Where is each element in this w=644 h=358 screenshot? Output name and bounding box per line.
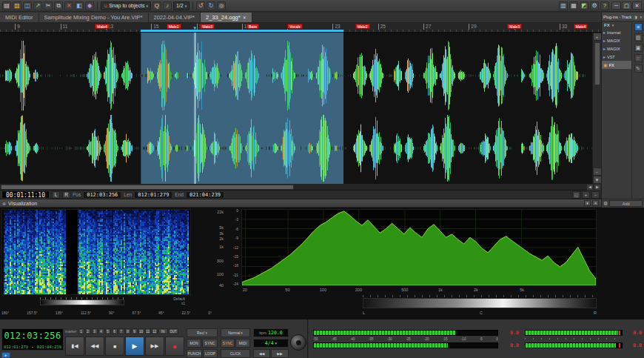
- marker-11-button[interactable]: 11: [145, 328, 151, 334]
- forward-button[interactable]: ▶▶: [145, 337, 164, 356]
- marker-1-button[interactable]: 1: [78, 328, 84, 334]
- marker-3-button[interactable]: 3: [92, 328, 98, 334]
- timeline-marker[interactable]: Male4: [95, 24, 110, 29]
- dock-objects-icon[interactable]: ▣: [634, 44, 643, 52]
- drag-handle-icon[interactable]: ⊕: [2, 201, 6, 206]
- ruler-selection-range[interactable]: [141, 30, 343, 32]
- maximize-button[interactable]: ▢: [622, 1, 631, 10]
- arrange-area[interactable]: [0, 33, 592, 184]
- gear-icon[interactable]: ⚙: [603, 201, 608, 207]
- cut-icon[interactable]: ✂: [44, 1, 53, 10]
- tab-4[interactable]: 2_33_24.ogg*✕: [201, 13, 252, 22]
- scroll-down-button[interactable]: ▼: [593, 176, 602, 184]
- crossfade-icon[interactable]: ◆: [85, 1, 94, 10]
- close-tab-icon[interactable]: ✕: [243, 15, 246, 20]
- marker-5-button[interactable]: 5: [105, 328, 111, 334]
- zoom-in-vertical-button[interactable]: +: [593, 33, 602, 41]
- redo-icon[interactable]: ↻: [207, 1, 215, 10]
- delete-icon[interactable]: ✕: [64, 1, 73, 10]
- dock-list-icon[interactable]: ≡: [634, 23, 643, 31]
- timeline-marker[interactable]: Male3: [507, 24, 522, 29]
- slider-gradient-bar[interactable]: [40, 299, 124, 305]
- playhead-caret-icon[interactable]: ▼: [192, 26, 197, 30]
- plugins-panel-header[interactable]: Plug-ins - Track ◨ ✕: [602, 13, 644, 21]
- play-button[interactable]: ▶: [125, 337, 144, 356]
- timeline-marker[interactable]: Male2: [355, 24, 370, 29]
- collapse-icon[interactable]: ▾: [584, 200, 591, 206]
- plugin-item-3[interactable]: ▸MAGIX: [602, 44, 631, 53]
- snap-dropdown[interactable]: ∪ Snap to objects ▾: [101, 1, 151, 10]
- close-button[interactable]: ✕: [632, 1, 642, 10]
- monitor-button[interactable]: MON: [187, 339, 201, 348]
- click-button[interactable]: CLICK: [221, 349, 250, 358]
- close-icon[interactable]: ✕: [592, 200, 599, 206]
- marker-4-button[interactable]: 4: [98, 328, 104, 334]
- dock-mixer-icon[interactable]: ▥: [634, 33, 643, 42]
- range-zoom-icon[interactable]: ◱: [572, 191, 580, 199]
- stop-button[interactable]: ■: [105, 337, 124, 356]
- goto-start-button[interactable]: ▮◀: [65, 337, 84, 356]
- plugin-item-4[interactable]: ▸VST: [602, 53, 631, 61]
- marker-9-button[interactable]: 9: [132, 328, 138, 334]
- object-editor-icon[interactable]: ◧: [75, 1, 84, 10]
- marker-in-button[interactable]: IN: [158, 328, 168, 334]
- marker-6-button[interactable]: 6: [112, 328, 118, 334]
- marker-7-button[interactable]: 7: [118, 328, 124, 334]
- zoom-out-icon[interactable]: −: [591, 191, 600, 199]
- tab-3[interactable]: 2022-04-04.VIP*: [149, 13, 201, 22]
- marker-8-button[interactable]: 8: [125, 328, 131, 334]
- marker-12-button[interactable]: 12: [152, 328, 158, 334]
- scroll-left-button[interactable]: ◀: [586, 184, 594, 190]
- open-project-icon[interactable]: ▨: [13, 1, 21, 10]
- time-signature-dropdown[interactable]: 4/4 ▾: [253, 339, 289, 348]
- zoom-tool-icon[interactable]: ◎: [217, 1, 226, 10]
- visualization-panel-header[interactable]: ⊕ Visualization ▾ ✕: [0, 199, 601, 208]
- track-manager-icon[interactable]: ▦: [569, 1, 578, 10]
- punch-button[interactable]: PUNCH: [187, 349, 202, 358]
- help-icon[interactable]: ?: [600, 1, 609, 10]
- timeline-marker[interactable]: Male4: [574, 24, 588, 29]
- record-mode-dropdown[interactable]: Rec/ ▾: [187, 328, 218, 337]
- midi-button[interactable]: MIDI: [235, 339, 250, 348]
- spectrogram-gain-slider[interactable]: [40, 297, 124, 305]
- scrub-forward-button[interactable]: ▶▶: [271, 349, 289, 358]
- plugin-item-2[interactable]: ▸MAGIX: [602, 36, 631, 44]
- timeline-marker[interactable]: Vocals: [287, 24, 303, 29]
- timeline-marker[interactable]: Male1: [167, 24, 181, 29]
- playhead-line[interactable]: [195, 33, 195, 184]
- record-button[interactable]: ●: [165, 337, 184, 356]
- close-icon[interactable]: ✕: [640, 15, 643, 19]
- marker-2-button[interactable]: 2: [85, 328, 91, 334]
- dock-star-icon[interactable]: ☆: [634, 54, 643, 62]
- tab-1[interactable]: MIDI Editor: [0, 13, 39, 22]
- export-icon[interactable]: ↗: [33, 1, 42, 10]
- sync-button[interactable]: SYNC: [202, 339, 218, 348]
- pin-icon[interactable]: ◨: [634, 15, 637, 19]
- vertical-scroll-thumb[interactable]: [594, 42, 600, 85]
- marker-out-button[interactable]: OUT: [169, 328, 178, 334]
- minimize-button[interactable]: ─: [611, 1, 621, 10]
- undo-icon[interactable]: ↺: [196, 1, 205, 10]
- timeline-ruler[interactable]: 9111315171921232527293133 Male4Male1Male…: [0, 23, 601, 33]
- copy-icon[interactable]: ⧉: [54, 1, 63, 10]
- scroll-right-button[interactable]: ▶: [594, 184, 601, 190]
- marker-10-button[interactable]: 10: [138, 328, 144, 334]
- vertical-scrollbar[interactable]: + − ▼: [592, 33, 601, 184]
- left-channel-button[interactable]: L: [52, 191, 60, 199]
- rewind-button[interactable]: ◀◀: [85, 337, 104, 356]
- loop-button[interactable]: LOOP: [203, 349, 218, 358]
- stereo-waveform-display[interactable]: [0, 33, 592, 184]
- plugin-item-1[interactable]: ▸Internal: [602, 28, 631, 36]
- mixer-icon[interactable]: ▥: [559, 1, 568, 10]
- pos-value[interactable]: 012:03:256: [83, 191, 121, 199]
- visualization-icon[interactable]: ◩: [580, 1, 588, 10]
- end-value[interactable]: 021:04:239: [186, 191, 224, 199]
- save-icon[interactable]: ◫: [23, 1, 32, 10]
- settings-icon[interactable]: ⚙: [590, 1, 599, 10]
- dock-notes-icon[interactable]: ✎: [634, 64, 643, 73]
- jog-wheel[interactable]: [290, 334, 306, 351]
- add-plugin-button[interactable]: Add: [609, 200, 643, 207]
- chevron-down-icon[interactable]: ▾: [612, 23, 614, 27]
- timeline-marker[interactable]: Bass: [246, 24, 259, 29]
- plugin-item-5[interactable]: ▣FX: [602, 61, 631, 69]
